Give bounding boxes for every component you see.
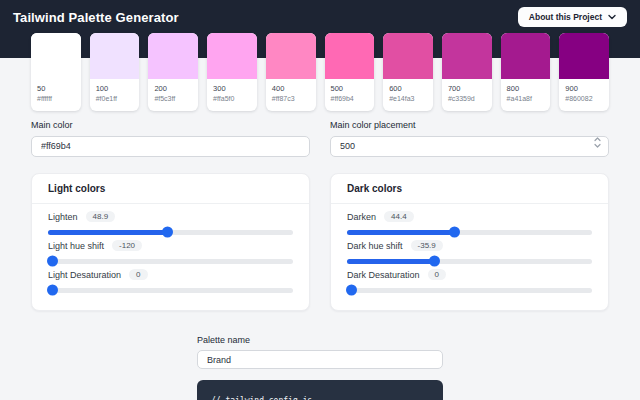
swatch-hex: #e14fa3 (389, 95, 427, 102)
swatch-500[interactable]: 500#ff69b4 (325, 33, 375, 111)
swatch-800[interactable]: 800#a41a8f (501, 33, 551, 111)
light-hue-shift-slider-group: Light hue shift -120 (48, 240, 293, 264)
light-desaturation-slider[interactable] (48, 288, 293, 293)
swatch-600[interactable]: 600#e14fa3 (383, 33, 433, 111)
placement-label: Main color placement (330, 120, 609, 130)
dark-desaturation-slider-fill (347, 288, 352, 293)
lighten-value-badge: 48.9 (86, 211, 116, 222)
swatch-step: 500 (331, 84, 369, 93)
lighten-slider-thumb[interactable] (162, 227, 173, 238)
main-color-label: Main color (31, 120, 310, 130)
swatch-500-color (325, 33, 375, 79)
light-hue-shift-value-badge: -120 (112, 240, 142, 251)
dark-colors-card: Dark colors Darken 44.4 Dark hue shift -… (330, 173, 609, 311)
dark-hue-shift-value-badge: -35.9 (411, 240, 443, 251)
swatch-hex: #a41a8f (507, 95, 545, 102)
chevron-down-icon (608, 14, 616, 20)
swatch-step: 600 (389, 84, 427, 93)
light-hue-shift-slider[interactable] (48, 259, 293, 264)
swatch-200-color (148, 33, 198, 79)
swatch-step: 900 (565, 84, 603, 93)
swatch-400[interactable]: 400#ff87c3 (266, 33, 316, 111)
light-desaturation-value-badge: 0 (129, 269, 147, 280)
palette-swatch-row: 50#ffffff 100#f0e1ff 200#f5c3ff 300#ffa5… (31, 33, 609, 111)
lighten-slider-fill (48, 230, 168, 235)
light-desaturation-slider-thumb[interactable] (47, 285, 58, 296)
darken-slider-fill (347, 230, 455, 235)
swatch-step: 200 (154, 84, 192, 93)
swatch-100-color (90, 33, 140, 79)
swatch-hex: #ffa5f0 (213, 95, 251, 102)
swatch-hex: #c3359d (448, 95, 486, 102)
swatch-200[interactable]: 200#f5c3ff (148, 33, 198, 111)
light-desaturation-slider-fill (48, 288, 53, 293)
swatch-hex: #f0e1ff (96, 95, 134, 102)
swatch-50-color (31, 33, 81, 79)
swatch-hex: #ffffff (37, 95, 75, 102)
darken-slider-thumb[interactable] (449, 227, 460, 238)
swatch-800-color (501, 33, 551, 79)
dark-hue-shift-label: Dark hue shift (347, 241, 403, 251)
dark-hue-shift-slider-fill (347, 259, 435, 264)
dark-desaturation-value-badge: 0 (428, 269, 446, 280)
light-desaturation-label: Light Desaturation (48, 270, 121, 280)
swatch-step: 800 (507, 84, 545, 93)
lighten-label: Lighten (48, 212, 78, 222)
light-colors-card: Light colors Lighten 48.9 Light hue shif… (31, 173, 310, 311)
dark-colors-title: Dark colors (347, 182, 592, 195)
page-title: Tailwind Palette Generator (13, 10, 179, 25)
light-desaturation-slider-group: Light Desaturation 0 (48, 269, 293, 293)
swatch-step: 300 (213, 84, 251, 93)
swatch-700[interactable]: 700#c3359d (442, 33, 492, 111)
swatch-50[interactable]: 50#ffffff (31, 33, 81, 111)
dark-desaturation-slider[interactable] (347, 288, 592, 293)
light-hue-shift-slider-thumb[interactable] (47, 256, 58, 267)
darken-label: Darken (347, 212, 376, 222)
dark-hue-shift-slider[interactable] (347, 259, 592, 264)
code-line: // tailwind.config.js (211, 395, 429, 400)
lighten-slider[interactable] (48, 230, 293, 235)
swatch-step: 400 (272, 84, 310, 93)
dark-desaturation-slider-thumb[interactable] (346, 285, 357, 296)
darken-slider-group: Darken 44.4 (347, 211, 592, 235)
swatch-hex: #ff69b4 (331, 95, 369, 102)
about-project-label: About this Project (529, 12, 602, 22)
swatch-300-color (207, 33, 257, 79)
swatch-hex: #f5c3ff (154, 95, 192, 102)
dark-desaturation-slider-group: Dark Desaturation 0 (347, 269, 592, 293)
light-hue-shift-label: Light hue shift (48, 241, 104, 251)
dark-hue-shift-slider-group: Dark hue shift -35.9 (347, 240, 592, 264)
light-hue-shift-slider-fill (48, 259, 53, 264)
swatch-step: 50 (37, 84, 75, 93)
swatch-900-color (559, 33, 609, 79)
tailwind-config-code-block: // tailwind.config.js module.exports = {… (197, 380, 443, 400)
dark-desaturation-label: Dark Desaturation (347, 270, 420, 280)
swatch-700-color (442, 33, 492, 79)
lighten-slider-group: Lighten 48.9 (48, 211, 293, 235)
swatch-300[interactable]: 300#ffa5f0 (207, 33, 257, 111)
swatch-400-color (266, 33, 316, 79)
light-colors-title: Light colors (48, 182, 293, 195)
swatch-step: 700 (448, 84, 486, 93)
about-project-button[interactable]: About this Project (518, 7, 627, 27)
swatch-100[interactable]: 100#f0e1ff (90, 33, 140, 111)
dark-hue-shift-slider-thumb[interactable] (429, 256, 440, 267)
swatch-hex: #860082 (565, 95, 603, 102)
swatch-step: 100 (96, 84, 134, 93)
swatch-hex: #ff87c3 (272, 95, 310, 102)
palette-name-input[interactable] (197, 350, 443, 369)
main-color-input[interactable] (31, 136, 310, 157)
darken-slider[interactable] (347, 230, 592, 235)
palette-name-label: Palette name (197, 335, 443, 345)
darken-value-badge: 44.4 (384, 211, 414, 222)
swatch-600-color (383, 33, 433, 79)
swatch-900[interactable]: 900#860082 (559, 33, 609, 111)
placement-select[interactable] (330, 136, 609, 157)
